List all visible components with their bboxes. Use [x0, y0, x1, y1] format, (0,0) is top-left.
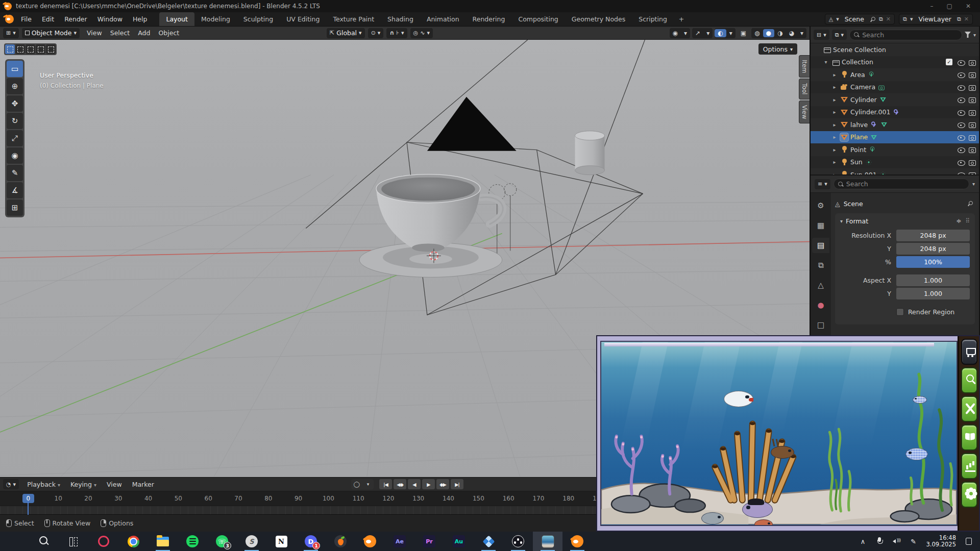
app-notion[interactable]: N	[266, 532, 296, 551]
menu-object[interactable]: Object	[154, 28, 183, 38]
chevron-down-icon[interactable]: ▾	[401, 30, 404, 36]
play-reverse-button[interactable]: ◀	[408, 479, 421, 489]
shading-solid-button[interactable]: ●	[763, 29, 774, 37]
expand-chevron[interactable]: ▸	[831, 84, 838, 90]
display-mode-button[interactable]: ⧉ ▾	[832, 30, 847, 40]
snap-target-icon[interactable]: ⊦	[396, 30, 399, 36]
hide-icon[interactable]	[957, 83, 966, 91]
select-box-tool[interactable]: ▭	[7, 61, 23, 77]
menu-render[interactable]: Render	[59, 14, 92, 24]
annotate-tool[interactable]: ✎	[7, 165, 23, 181]
select-mode-invert[interactable]	[36, 44, 45, 54]
outliner-row[interactable]: ▸lahve	[811, 118, 979, 131]
property-value-[interactable]: 100%	[896, 256, 970, 268]
menu-window[interactable]: Window	[92, 14, 128, 24]
frame-tick[interactable]: 90	[283, 495, 313, 502]
hide-icon[interactable]	[957, 120, 966, 129]
menu-keying[interactable]: Keying ▾	[65, 479, 102, 490]
shading-material-button[interactable]: ◑	[774, 29, 786, 37]
region-tab-tool[interactable]: Tool	[799, 79, 810, 99]
properties-tab-collection[interactable]: □	[812, 317, 829, 333]
select-mode-intersect[interactable]	[46, 44, 56, 54]
menu-view[interactable]: View	[102, 479, 127, 490]
app-file-explorer[interactable]	[148, 532, 178, 551]
property-value-y[interactable]: 2048 px	[896, 243, 970, 255]
outliner-row[interactable]: ▸Cylinder.001	[811, 106, 979, 119]
scene-name[interactable]: Scene	[841, 15, 868, 23]
outliner-row[interactable]: ▸Cylinder	[811, 93, 979, 106]
workspace-tab-layout[interactable]: Layout	[159, 12, 194, 26]
properties-tab-tool[interactable]: ⚙	[812, 198, 829, 213]
magnet-icon[interactable]: ∩	[389, 30, 394, 36]
aquarium-game-window[interactable]	[596, 335, 980, 532]
pivot-point-selector[interactable]: ⊙ ▾	[368, 28, 384, 38]
app-fl-studio[interactable]	[326, 532, 355, 551]
pen-icon[interactable]: ✎	[909, 537, 917, 545]
drag-dots-icon[interactable]: ⠿	[965, 217, 970, 224]
render-region-checkbox[interactable]	[896, 308, 904, 316]
properties-search-input[interactable]: Search	[834, 179, 969, 189]
frame-tick[interactable]: 50	[163, 495, 193, 502]
shop-cart-button[interactable]	[961, 339, 977, 365]
filter-icon[interactable]	[965, 32, 971, 38]
select-mode-new[interactable]	[5, 44, 15, 54]
camera-restrict-icon[interactable]	[968, 70, 976, 79]
menu-help[interactable]: Help	[128, 14, 153, 24]
frame-tick[interactable]: 10	[43, 495, 74, 502]
hide-icon[interactable]	[957, 108, 966, 116]
view-layer-name[interactable]: ViewLayer	[914, 15, 955, 23]
cursor-tool[interactable]: ⊕	[7, 78, 23, 94]
breadcrumb-label[interactable]: Scene	[844, 200, 863, 208]
chevron-down-icon[interactable]: ▾	[362, 479, 374, 489]
workspace-tab-compositing[interactable]: Compositing	[511, 12, 565, 26]
menu-add[interactable]: Add	[134, 28, 154, 38]
expand-chevron[interactable]: ▸	[831, 97, 838, 103]
chevron-down-icon[interactable]: ▾	[972, 181, 975, 187]
camera-restrict-icon[interactable]	[968, 133, 976, 141]
region-tab-view[interactable]: View	[799, 101, 810, 123]
outliner-row[interactable]: ▸Sun.001	[811, 168, 979, 176]
app-obs-studio[interactable]	[503, 532, 533, 551]
camera-restrict-icon[interactable]	[968, 83, 976, 91]
view-layer-selector[interactable]: ⧉ ▾ ViewLayer ⧉ ✕	[899, 14, 973, 24]
frame-tick[interactable]: 70	[224, 495, 254, 502]
book-button[interactable]	[961, 424, 977, 450]
add-cube-tool[interactable]: ⊞	[7, 199, 23, 216]
app-premiere[interactable]: Pr	[414, 532, 444, 551]
playhead[interactable]	[28, 501, 29, 515]
task-view-button[interactable]	[59, 532, 89, 551]
rotate-tool[interactable]: ↻	[7, 113, 23, 129]
play-button[interactable]: ▶	[422, 479, 435, 489]
scene-selector[interactable]: ◬ ▾ Scene ⧉ ✕	[825, 14, 895, 24]
frame-tick[interactable]: 130	[403, 495, 433, 502]
hide-icon[interactable]	[957, 133, 966, 141]
expand-chevron[interactable]: ▸	[831, 159, 838, 165]
mode-selector[interactable]: Object Mode ▾	[22, 28, 80, 38]
editor-type-button[interactable]: ⊞ ▾	[3, 28, 19, 38]
app-discord[interactable]: D1	[296, 532, 326, 551]
camera-restrict-icon[interactable]	[968, 108, 976, 116]
hide-icon[interactable]	[957, 70, 966, 79]
properties-tab-world[interactable]: ●	[812, 297, 829, 313]
outliner-row[interactable]: ▾Collection✓	[811, 56, 979, 69]
hide-icon[interactable]	[957, 145, 966, 154]
chevron-down-icon[interactable]: ▾	[681, 29, 690, 37]
frame-tick[interactable]: 100	[313, 495, 344, 502]
frame-tick[interactable]: 160	[494, 495, 524, 502]
workspace-tab-texture-paint[interactable]: Texture Paint	[326, 12, 381, 26]
inspect-button[interactable]	[961, 367, 977, 393]
app-opera[interactable]	[89, 532, 118, 551]
shading-rendered-button[interactable]: ◕	[786, 29, 797, 37]
menu-file[interactable]: File	[16, 14, 37, 24]
tool-options-button[interactable]: Options ▾	[758, 43, 797, 55]
clock[interactable]: 16:48 3.09.2025	[926, 535, 956, 548]
outliner-search-input[interactable]: Search	[849, 30, 962, 40]
snapping-group[interactable]: ∩ ⊦ ▾	[386, 28, 407, 38]
expand-chevron[interactable]: ▸	[831, 172, 838, 176]
menu-playback[interactable]: Playback ▾	[22, 479, 65, 490]
chevron-down-icon[interactable]: ▾	[909, 16, 915, 22]
expand-chevron[interactable]: ▾	[822, 59, 829, 65]
outliner-row[interactable]: ▸Area	[811, 68, 979, 81]
proportional-editing-icon[interactable]: ◎	[413, 30, 419, 36]
blender-menu-icon[interactable]	[5, 15, 14, 23]
